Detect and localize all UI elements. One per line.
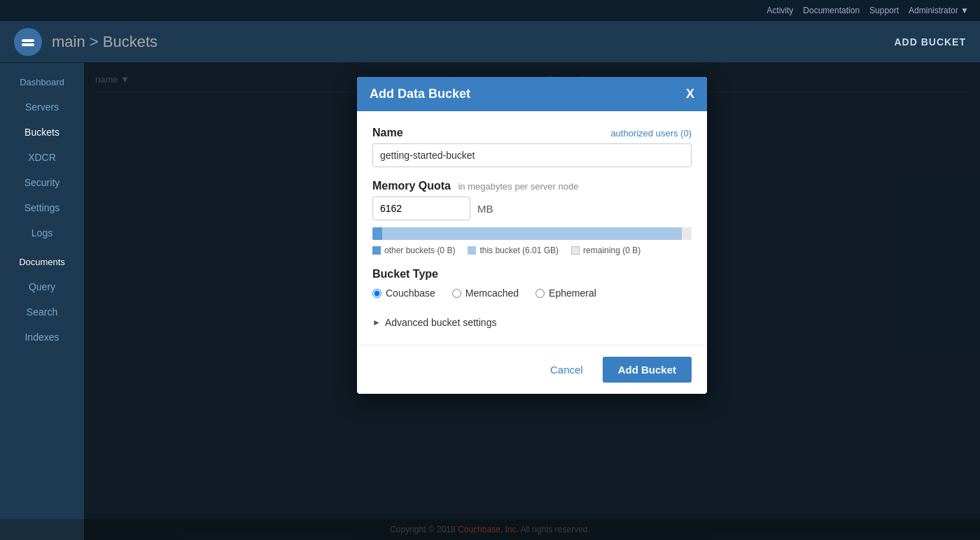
radio-ephemeral[interactable]: Ephemeral bbox=[536, 287, 596, 299]
name-input[interactable] bbox=[372, 143, 692, 167]
add-bucket-button[interactable]: Add Bucket bbox=[603, 357, 692, 383]
header-title: main > Buckets bbox=[52, 33, 158, 51]
logo bbox=[14, 28, 42, 56]
bucket-type-label: Bucket Type bbox=[372, 268, 692, 280]
sidebar-item-buckets[interactable]: Buckets bbox=[0, 120, 84, 145]
sidebar-item-dashboard[interactable]: Dashboard bbox=[0, 70, 84, 94]
legend-dot-this bbox=[468, 246, 476, 255]
sidebar-item-xdcr[interactable]: XDCR bbox=[0, 145, 84, 170]
radio-memcached[interactable]: Memcached bbox=[452, 287, 519, 299]
radio-couchbase-label: Couchbase bbox=[386, 287, 435, 299]
add-bucket-header-button[interactable]: ADD BUCKET bbox=[894, 36, 966, 48]
progress-legend: other buckets (0 B) this bucket (6.01 GB… bbox=[372, 246, 692, 255]
memory-quota-row: Memory Quota in megabytes per server nod… bbox=[372, 180, 692, 255]
legend-label-other: other buckets (0 B) bbox=[384, 246, 455, 255]
legend-dot-remaining bbox=[571, 246, 580, 255]
legend-label-this: this bucket (6.01 GB) bbox=[479, 246, 559, 255]
memory-input[interactable] bbox=[372, 197, 470, 220]
sidebar-item-settings[interactable]: Settings bbox=[0, 195, 84, 220]
advanced-settings-toggle[interactable]: ► Advanced bucket settings bbox=[372, 311, 692, 334]
legend-label-remaining: remaining (0 B) bbox=[583, 246, 640, 255]
memory-unit: MB bbox=[477, 203, 493, 215]
layout: Dashboard Servers Buckets XDCR Security … bbox=[0, 63, 980, 540]
progress-other-buckets bbox=[372, 227, 382, 240]
legend-dot-other bbox=[372, 246, 381, 255]
sidebar-item-documents[interactable]: Documents bbox=[0, 246, 84, 274]
sidebar-item-query[interactable]: Query bbox=[0, 274, 84, 299]
header: main > Buckets ADD BUCKET bbox=[0, 21, 980, 63]
bucket-type-row: Bucket Type Couchbase Memcached bbox=[372, 268, 692, 299]
modal-body: Name authorized users (0) Memory Quota i… bbox=[357, 111, 707, 345]
documentation-link[interactable]: Documentation bbox=[803, 6, 860, 15]
chevron-right-icon: ► bbox=[372, 318, 381, 327]
modal-title: Add Data Bucket bbox=[370, 87, 470, 101]
add-bucket-modal: Add Data Bucket X Name authorized users … bbox=[357, 77, 707, 394]
memory-sublabel: in megabytes per server node bbox=[458, 181, 578, 192]
legend-this-bucket: this bucket (6.01 GB) bbox=[468, 246, 559, 255]
sidebar-item-servers[interactable]: Servers bbox=[0, 94, 84, 120]
progress-remaining bbox=[682, 227, 692, 240]
svg-rect-1 bbox=[22, 43, 34, 46]
memory-input-row: MB bbox=[372, 197, 692, 220]
radio-couchbase[interactable]: Couchbase bbox=[372, 287, 435, 299]
main-content: name ▼ quota disk used Add Data Bucket X… bbox=[84, 63, 980, 540]
authorized-users-link[interactable]: authorized users (0) bbox=[610, 128, 692, 138]
memory-progress-bar bbox=[372, 227, 692, 240]
activity-link[interactable]: Activity bbox=[766, 6, 793, 15]
top-bar: Activity Documentation Support Administr… bbox=[0, 0, 980, 21]
modal-header: Add Data Bucket X bbox=[357, 77, 707, 111]
svg-rect-0 bbox=[22, 39, 34, 42]
advanced-toggle-label: Advanced bucket settings bbox=[385, 317, 497, 328]
sidebar-item-logs[interactable]: Logs bbox=[0, 220, 84, 246]
sidebar-item-security[interactable]: Security bbox=[0, 170, 84, 195]
modal-footer: Cancel Add Bucket bbox=[357, 345, 707, 394]
name-row: Name authorized users (0) bbox=[372, 127, 692, 167]
sidebar-item-indexes[interactable]: Indexes bbox=[0, 325, 84, 350]
sidebar: Dashboard Servers Buckets XDCR Security … bbox=[0, 63, 84, 540]
sidebar-item-search[interactable]: Search bbox=[0, 299, 84, 325]
memory-label: Memory Quota bbox=[372, 180, 451, 192]
bucket-type-radio-group: Couchbase Memcached Ephemeral bbox=[372, 287, 692, 299]
progress-this-bucket bbox=[382, 227, 682, 240]
legend-remaining: remaining (0 B) bbox=[571, 246, 640, 255]
cancel-button[interactable]: Cancel bbox=[539, 357, 594, 383]
radio-memcached-label: Memcached bbox=[465, 287, 519, 299]
support-link[interactable]: Support bbox=[869, 6, 899, 15]
modal-overlay: Add Data Bucket X Name authorized users … bbox=[84, 63, 980, 540]
name-label: Name bbox=[372, 127, 403, 139]
radio-ephemeral-label: Ephemeral bbox=[549, 287, 596, 299]
legend-other-buckets: other buckets (0 B) bbox=[372, 246, 455, 255]
modal-close-button[interactable]: X bbox=[686, 87, 694, 101]
admin-link[interactable]: Administrator ▼ bbox=[909, 6, 969, 15]
